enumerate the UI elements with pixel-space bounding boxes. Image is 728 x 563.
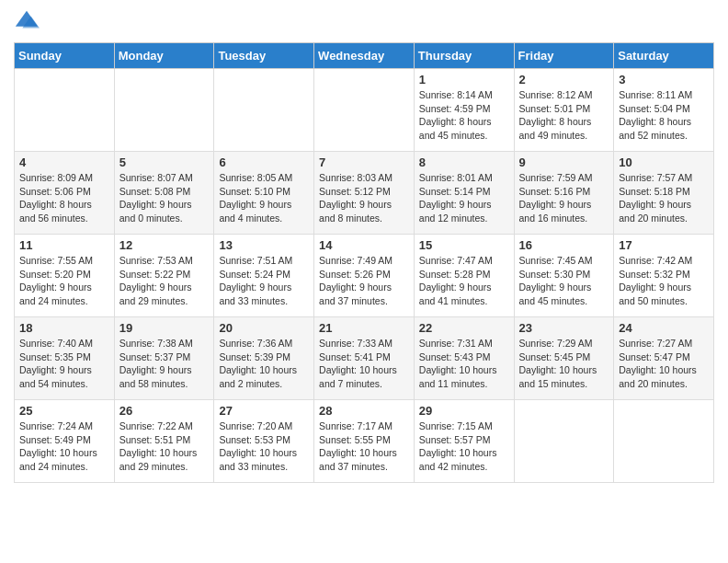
calendar-cell: 9Sunrise: 7:59 AM Sunset: 5:16 PM Daylig… (514, 152, 614, 235)
day-info: Sunrise: 7:45 AM Sunset: 5:30 PM Dayligh… (519, 254, 609, 308)
day-number: 17 (619, 238, 709, 252)
calendar-week-5: 25Sunrise: 7:24 AM Sunset: 5:49 PM Dayli… (15, 400, 714, 483)
calendar-cell: 26Sunrise: 7:22 AM Sunset: 5:51 PM Dayli… (114, 400, 214, 483)
day-info: Sunrise: 7:42 AM Sunset: 5:32 PM Dayligh… (619, 254, 709, 308)
day-info: Sunrise: 7:15 AM Sunset: 5:57 PM Dayligh… (419, 419, 509, 474)
calendar-cell: 27Sunrise: 7:20 AM Sunset: 5:53 PM Dayli… (214, 400, 314, 483)
day-info: Sunrise: 7:29 AM Sunset: 5:45 PM Dayligh… (519, 337, 609, 391)
weekday-header-tuesday: Tuesday (214, 43, 314, 69)
day-info: Sunrise: 7:20 AM Sunset: 5:53 PM Dayligh… (219, 419, 309, 474)
calendar-cell: 24Sunrise: 7:27 AM Sunset: 5:47 PM Dayli… (614, 317, 714, 400)
calendar-week-3: 11Sunrise: 7:55 AM Sunset: 5:20 PM Dayli… (15, 235, 714, 317)
calendar-cell: 6Sunrise: 8:05 AM Sunset: 5:10 PM Daylig… (214, 152, 314, 235)
calendar-cell: 14Sunrise: 7:49 AM Sunset: 5:26 PM Dayli… (314, 235, 415, 317)
weekday-header-monday: Monday (114, 43, 214, 69)
calendar-cell (15, 69, 115, 152)
calendar-cell: 12Sunrise: 7:53 AM Sunset: 5:22 PM Dayli… (114, 235, 214, 317)
calendar-cell: 17Sunrise: 7:42 AM Sunset: 5:32 PM Dayli… (614, 235, 714, 317)
page-header (14, 9, 714, 35)
weekday-header-friday: Friday (514, 43, 614, 69)
calendar-cell: 22Sunrise: 7:31 AM Sunset: 5:43 PM Dayli… (414, 317, 514, 400)
calendar-cell: 7Sunrise: 8:03 AM Sunset: 5:12 PM Daylig… (314, 152, 415, 235)
day-info: Sunrise: 7:49 AM Sunset: 5:26 PM Dayligh… (319, 254, 409, 308)
calendar-cell: 29Sunrise: 7:15 AM Sunset: 5:57 PM Dayli… (414, 400, 514, 483)
day-info: Sunrise: 8:09 AM Sunset: 5:06 PM Dayligh… (19, 171, 109, 225)
day-info: Sunrise: 7:27 AM Sunset: 5:47 PM Dayligh… (619, 337, 709, 391)
day-info: Sunrise: 8:12 AM Sunset: 5:01 PM Dayligh… (519, 88, 609, 143)
day-number: 8 (419, 155, 509, 169)
day-number: 22 (419, 321, 509, 335)
calendar-week-1: 1Sunrise: 8:14 AM Sunset: 4:59 PM Daylig… (15, 69, 714, 152)
calendar-cell: 16Sunrise: 7:45 AM Sunset: 5:30 PM Dayli… (514, 235, 614, 317)
calendar-cell: 21Sunrise: 7:33 AM Sunset: 5:41 PM Dayli… (314, 317, 415, 400)
logo-icon (14, 9, 40, 35)
day-number: 2 (519, 73, 609, 86)
day-number: 13 (219, 238, 309, 252)
day-info: Sunrise: 7:55 AM Sunset: 5:20 PM Dayligh… (19, 254, 109, 308)
day-info: Sunrise: 7:53 AM Sunset: 5:22 PM Dayligh… (119, 254, 210, 308)
day-info: Sunrise: 7:47 AM Sunset: 5:28 PM Dayligh… (419, 254, 509, 308)
weekday-header-wednesday: Wednesday (314, 43, 415, 69)
calendar-cell: 10Sunrise: 7:57 AM Sunset: 5:18 PM Dayli… (614, 152, 714, 235)
day-info: Sunrise: 8:01 AM Sunset: 5:14 PM Dayligh… (419, 171, 509, 225)
day-number: 10 (619, 155, 709, 169)
day-info: Sunrise: 7:59 AM Sunset: 5:16 PM Dayligh… (519, 171, 609, 225)
day-number: 14 (319, 238, 409, 252)
day-number: 15 (419, 238, 509, 252)
calendar-cell: 11Sunrise: 7:55 AM Sunset: 5:20 PM Dayli… (15, 235, 115, 317)
calendar-cell: 4Sunrise: 8:09 AM Sunset: 5:06 PM Daylig… (15, 152, 115, 235)
day-info: Sunrise: 8:07 AM Sunset: 5:08 PM Dayligh… (119, 171, 210, 225)
day-number: 4 (19, 155, 109, 169)
day-number: 23 (519, 321, 609, 335)
calendar-week-2: 4Sunrise: 8:09 AM Sunset: 5:06 PM Daylig… (15, 152, 714, 235)
calendar-cell: 3Sunrise: 8:11 AM Sunset: 5:04 PM Daylig… (614, 69, 714, 152)
day-number: 11 (19, 238, 109, 252)
day-number: 1 (419, 73, 509, 86)
day-info: Sunrise: 8:03 AM Sunset: 5:12 PM Dayligh… (319, 171, 409, 225)
calendar-table: SundayMondayTuesdayWednesdayThursdayFrid… (14, 42, 714, 483)
calendar-cell (114, 69, 214, 152)
day-number: 24 (619, 321, 709, 335)
day-number: 7 (319, 155, 409, 169)
weekday-header-row: SundayMondayTuesdayWednesdayThursdayFrid… (15, 43, 714, 69)
calendar-cell (514, 400, 614, 483)
calendar-cell: 1Sunrise: 8:14 AM Sunset: 4:59 PM Daylig… (414, 69, 514, 152)
day-info: Sunrise: 7:22 AM Sunset: 5:51 PM Dayligh… (119, 419, 210, 474)
day-number: 9 (519, 155, 609, 169)
calendar-cell (314, 69, 415, 152)
day-number: 29 (419, 404, 509, 418)
day-number: 16 (519, 238, 609, 252)
day-info: Sunrise: 8:05 AM Sunset: 5:10 PM Dayligh… (219, 171, 309, 225)
day-number: 5 (119, 155, 210, 169)
calendar-cell: 13Sunrise: 7:51 AM Sunset: 5:24 PM Dayli… (214, 235, 314, 317)
calendar-cell: 5Sunrise: 8:07 AM Sunset: 5:08 PM Daylig… (114, 152, 214, 235)
calendar-cell (614, 400, 714, 483)
day-number: 3 (619, 73, 709, 86)
calendar-cell: 8Sunrise: 8:01 AM Sunset: 5:14 PM Daylig… (414, 152, 514, 235)
day-number: 28 (319, 404, 409, 418)
weekday-header-thursday: Thursday (414, 43, 514, 69)
day-info: Sunrise: 7:31 AM Sunset: 5:43 PM Dayligh… (419, 337, 509, 391)
calendar-cell: 19Sunrise: 7:38 AM Sunset: 5:37 PM Dayli… (114, 317, 214, 400)
calendar-cell: 28Sunrise: 7:17 AM Sunset: 5:55 PM Dayli… (314, 400, 415, 483)
weekday-header-sunday: Sunday (15, 43, 115, 69)
calendar-cell: 23Sunrise: 7:29 AM Sunset: 5:45 PM Dayli… (514, 317, 614, 400)
calendar-cell: 15Sunrise: 7:47 AM Sunset: 5:28 PM Dayli… (414, 235, 514, 317)
calendar-cell: 2Sunrise: 8:12 AM Sunset: 5:01 PM Daylig… (514, 69, 614, 152)
day-info: Sunrise: 7:57 AM Sunset: 5:18 PM Dayligh… (619, 171, 709, 225)
logo (14, 9, 43, 35)
day-number: 18 (19, 321, 109, 335)
calendar-cell (214, 69, 314, 152)
day-info: Sunrise: 8:11 AM Sunset: 5:04 PM Dayligh… (619, 88, 709, 143)
calendar-week-4: 18Sunrise: 7:40 AM Sunset: 5:35 PM Dayli… (15, 317, 714, 400)
day-number: 27 (219, 404, 309, 418)
calendar-cell: 20Sunrise: 7:36 AM Sunset: 5:39 PM Dayli… (214, 317, 314, 400)
day-number: 26 (119, 404, 210, 418)
day-info: Sunrise: 7:40 AM Sunset: 5:35 PM Dayligh… (19, 337, 109, 391)
day-info: Sunrise: 7:24 AM Sunset: 5:49 PM Dayligh… (19, 419, 109, 474)
day-info: Sunrise: 8:14 AM Sunset: 4:59 PM Dayligh… (419, 88, 509, 143)
day-info: Sunrise: 7:33 AM Sunset: 5:41 PM Dayligh… (319, 337, 409, 391)
day-number: 25 (19, 404, 109, 418)
calendar-cell: 25Sunrise: 7:24 AM Sunset: 5:49 PM Dayli… (15, 400, 115, 483)
day-number: 20 (219, 321, 309, 335)
